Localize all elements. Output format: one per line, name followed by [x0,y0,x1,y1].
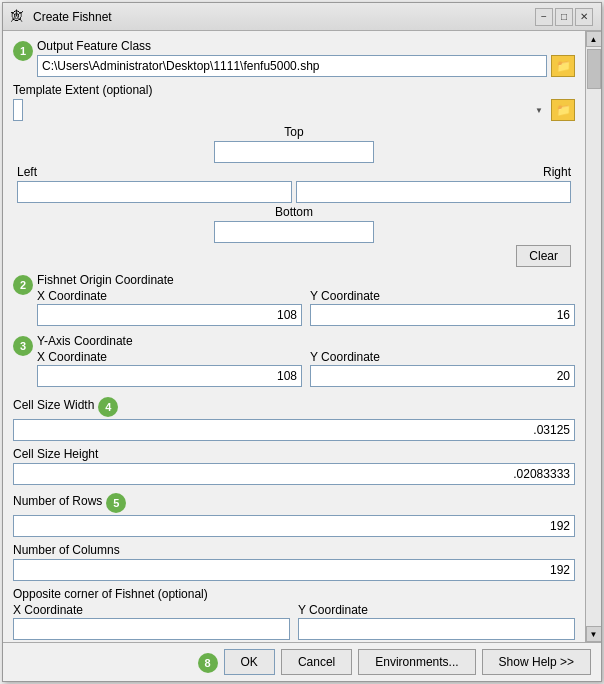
step-8-badge: 8 [198,653,218,673]
cell-size-width-label: Cell Size Width [13,398,94,412]
template-extent-row: 📁 [13,99,575,121]
origin-y-input[interactable] [310,304,575,326]
cell-size-height-section: Cell Size Height [13,447,575,485]
y-axis-coords: X Coordinate Y Coordinate [37,350,575,387]
output-feature-input-row: 📁 [37,55,575,77]
num-rows-label-row: Number of Rows 5 [13,491,575,513]
origin-x-col: X Coordinate [37,289,302,326]
step-5-badge: 5 [106,493,126,513]
opposite-corner-coords: X Coordinate Y Coordinate [13,603,575,640]
content-area: 1 Output Feature Class 📁 Template Extent… [3,31,601,642]
clear-button[interactable]: Clear [516,245,571,267]
cell-size-width-input[interactable] [13,419,575,441]
bottom-input[interactable] [214,221,374,243]
left-col: Left [17,165,292,203]
opp-x-label: X Coordinate [13,603,290,617]
scrollbar-track [586,47,601,626]
lr-row: Left Right [17,165,571,203]
left-input[interactable] [17,181,292,203]
yaxis-y-label: Y Coordinate [310,350,575,364]
window-title: Create Fishnet [33,10,112,24]
scrollbar: ▲ ▼ [585,31,601,642]
step-3-badge: 3 [13,336,33,356]
opposite-corner-section: Opposite corner of Fishnet (optional) X … [13,587,575,642]
show-help-button[interactable]: Show Help >> [482,649,591,675]
template-extent-folder-btn[interactable]: 📁 [551,99,575,121]
opp-y-label: Y Coordinate [298,603,575,617]
scroll-down-arrow[interactable]: ▼ [586,626,602,642]
close-button[interactable]: ✕ [575,8,593,26]
y-axis-label: Y-Axis Coordinate [37,334,575,348]
opp-x-col: X Coordinate [13,603,290,640]
yaxis-x-input[interactable] [37,365,302,387]
yaxis-y-col: Y Coordinate [310,350,575,387]
restore-button[interactable]: □ [555,8,573,26]
origin-y-col: Y Coordinate [310,289,575,326]
scroll-area: 1 Output Feature Class 📁 Template Extent… [3,31,585,642]
num-rows-input[interactable] [13,515,575,537]
cancel-button[interactable]: Cancel [281,649,352,675]
output-feature-section: 1 Output Feature Class 📁 [13,39,575,77]
right-col: Right [296,165,571,203]
title-buttons: − □ ✕ [535,8,593,26]
fishnet-origin-section: 2 Fishnet Origin Coordinate X Coordinate… [13,273,575,328]
bottom-label: Bottom [275,205,313,219]
scrollbar-thumb[interactable] [587,49,601,89]
num-rows-label: Number of Rows [13,494,102,508]
fishnet-origin-coords: X Coordinate Y Coordinate [37,289,575,326]
opp-y-input[interactable] [298,618,575,640]
top-input[interactable] [214,141,374,163]
cell-size-width-section: Cell Size Width 4 [13,395,575,441]
opp-x-input[interactable] [13,618,290,640]
origin-x-label: X Coordinate [37,289,302,303]
num-cols-section: Number of Columns [13,543,575,581]
num-rows-section: Number of Rows 5 [13,491,575,537]
environments-button[interactable]: Environments... [358,649,475,675]
template-extent-select-wrapper [13,99,547,121]
step-1-badge: 1 [13,41,33,61]
template-extent-section: Template Extent (optional) 📁 Top [13,83,575,267]
title-bar-left: 🕸 Create Fishnet [11,9,112,25]
opp-y-col: Y Coordinate [298,603,575,640]
num-cols-label: Number of Columns [13,543,575,557]
y-axis-content: Y-Axis Coordinate X Coordinate Y Coordin… [37,334,575,389]
right-input[interactable] [296,181,571,203]
top-label: Top [284,125,303,139]
minimize-button[interactable]: − [535,8,553,26]
scroll-up-arrow[interactable]: ▲ [586,31,602,47]
origin-x-input[interactable] [37,304,302,326]
template-extent-label: Template Extent (optional) [13,83,575,97]
clear-row: Clear [17,245,571,267]
step-4-badge: 4 [98,397,118,417]
yaxis-x-col: X Coordinate [37,350,302,387]
extent-coords: Top Left Right [13,125,575,267]
window-icon: 🕸 [11,9,27,25]
output-feature-input[interactable] [37,55,547,77]
create-fishnet-window: 🕸 Create Fishnet − □ ✕ 1 Output Feature … [2,2,602,682]
step-2-badge: 2 [13,275,33,295]
origin-y-label: Y Coordinate [310,289,575,303]
fishnet-origin-content: Fishnet Origin Coordinate X Coordinate Y… [37,273,575,328]
output-feature-content: Output Feature Class 📁 [37,39,575,77]
cell-size-height-input[interactable] [13,463,575,485]
opposite-corner-content: Opposite corner of Fishnet (optional) X … [13,587,575,642]
output-feature-label: Output Feature Class [37,39,575,53]
right-label: Right [543,165,571,179]
title-bar: 🕸 Create Fishnet − □ ✕ [3,3,601,31]
yaxis-y-input[interactable] [310,365,575,387]
cell-size-height-label: Cell Size Height [13,447,575,461]
bottom-coord-row: Bottom [17,205,571,243]
num-cols-input[interactable] [13,559,575,581]
fishnet-origin-label: Fishnet Origin Coordinate [37,273,575,287]
ok-button[interactable]: OK [224,649,275,675]
opposite-corner-label: Opposite corner of Fishnet (optional) [13,587,575,601]
y-axis-section: 3 Y-Axis Coordinate X Coordinate Y Coord… [13,334,575,389]
top-coord-row: Top [17,125,571,163]
template-extent-select[interactable] [13,99,23,121]
cell-width-label-row: Cell Size Width 4 [13,395,575,417]
left-label: Left [17,165,37,179]
yaxis-x-label: X Coordinate [37,350,302,364]
footer: 8 OK Cancel Environments... Show Help >> [3,642,601,681]
output-feature-folder-btn[interactable]: 📁 [551,55,575,77]
